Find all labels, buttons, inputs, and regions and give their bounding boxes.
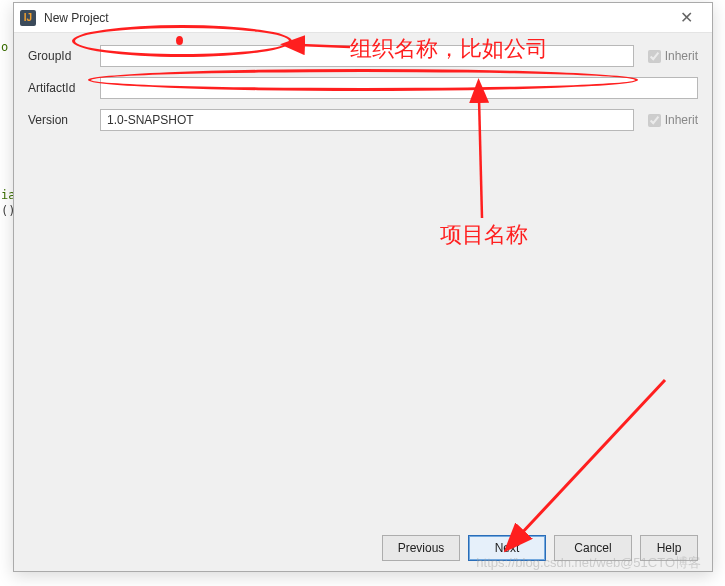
artifactid-row: ArtifactId <box>28 75 698 101</box>
watermark-text: https://blog.csdn.net/web@51CTO博客 <box>476 554 701 572</box>
artifactid-input[interactable] <box>100 77 698 99</box>
annotation-org-name: 组织名称，比如公司 <box>350 34 548 64</box>
inherit-label: Inherit <box>665 49 698 63</box>
close-icon[interactable]: ✕ <box>666 3 706 33</box>
inherit-label: Inherit <box>665 113 698 127</box>
version-input[interactable] <box>100 109 634 131</box>
groupid-label: GroupId <box>28 49 100 63</box>
intellij-icon: IJ <box>20 10 36 26</box>
groupid-inherit[interactable]: Inherit <box>648 49 698 63</box>
new-project-dialog: IJ New Project ✕ GroupId Inherit Artifac… <box>13 2 713 572</box>
previous-button[interactable]: Previous <box>382 535 460 561</box>
version-inherit[interactable]: Inherit <box>648 113 698 127</box>
artifactid-label: ArtifactId <box>28 81 100 95</box>
annotation-dot <box>176 36 183 45</box>
version-inherit-checkbox[interactable] <box>648 114 661 127</box>
window-title: New Project <box>44 11 109 25</box>
version-label: Version <box>28 113 100 127</box>
groupid-inherit-checkbox[interactable] <box>648 50 661 63</box>
titlebar: IJ New Project ✕ <box>14 3 712 33</box>
version-row: Version Inherit <box>28 107 698 133</box>
annotation-project-name: 项目名称 <box>440 220 528 250</box>
